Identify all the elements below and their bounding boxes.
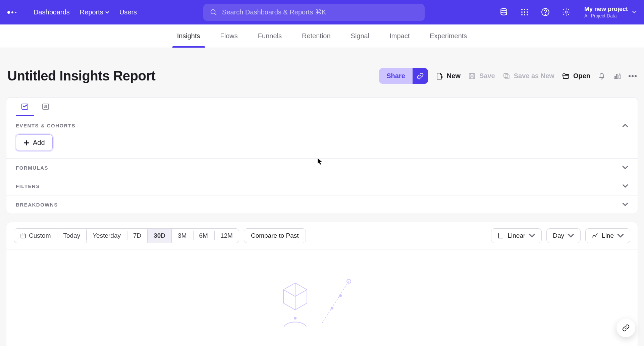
add-to-dashboard-icon[interactable] [613,72,621,80]
profile-icon [42,103,50,111]
section-formulas-head[interactable]: Formulas [6,159,638,177]
tab-retention[interactable]: Retention [302,24,331,48]
search-input[interactable] [222,8,418,16]
svg-point-13 [527,14,528,15]
tab-experiments[interactable]: Experiments [430,24,467,48]
link-icon [622,324,630,332]
chart-card: CustomTodayYesterday7D30D3M6M12M Compare… [6,222,638,346]
time-range-6m[interactable]: 6M [193,228,214,243]
project-sub: All Project Data [584,13,628,19]
project-name: My new project [584,6,628,13]
svg-point-29 [331,307,333,309]
chart-controls: Linear Day Line [491,228,630,243]
topbar-right: My new project All Project Data [499,6,637,18]
section-formulas: Formulas [6,158,638,177]
mode-tabs [6,98,638,116]
time-range-group: CustomTodayYesterday7D30D3M6M12M [14,228,239,243]
time-range-custom[interactable]: Custom [14,228,57,243]
chevron-down-icon [622,183,628,189]
more-menu[interactable] [629,75,637,77]
svg-point-27 [294,317,296,319]
tab-funnels[interactable]: Funnels [258,24,282,48]
chevron-down-icon [622,165,628,171]
svg-point-1 [11,11,13,13]
scale-select[interactable]: Linear [491,228,542,243]
data-icon[interactable] [499,7,508,17]
new-file-icon [435,72,443,80]
section-events: Events & Cohorts Add [6,116,638,158]
time-range-30d[interactable]: 30D [148,228,172,243]
save-button: Save [468,72,495,80]
link-icon [417,72,424,80]
svg-rect-19 [504,73,508,77]
apps-grid-icon[interactable] [520,7,529,17]
page: Untitled Insights Report Share New Save … [0,48,644,346]
time-range-12m[interactable]: 12M [214,228,239,243]
time-range-today[interactable]: Today [57,228,87,243]
project-picker[interactable]: My new project All Project Data [582,6,637,18]
chevron-up-icon [622,122,628,128]
new-button[interactable]: New [435,72,461,80]
line-chart-icon [592,232,598,239]
query-builder-card: Events & Cohorts Add Formulas Filters [6,97,638,214]
notifications-icon[interactable] [598,72,606,80]
svg-point-12 [524,14,525,15]
mixpanel-logo[interactable] [7,7,17,17]
search-box[interactable] [203,4,425,21]
report-type-tabs: Insights Flows Funnels Retention Signal … [0,24,644,48]
granularity-select[interactable]: Day [546,228,581,243]
chart-type-select[interactable]: Line [585,228,630,243]
share-link-button[interactable] [413,68,428,84]
svg-point-0 [7,11,10,14]
svg-rect-26 [21,234,25,238]
axis-icon [497,232,504,239]
open-button[interactable]: Open [562,72,590,80]
add-event-button[interactable]: Add [16,134,53,151]
share-button[interactable]: Share [379,68,413,84]
svg-point-2 [15,12,16,13]
svg-rect-22 [619,75,620,79]
save-as-new-button: Save as New [502,72,554,80]
folder-open-icon [562,72,570,80]
svg-point-11 [521,14,523,15]
chevron-down-icon [529,232,535,239]
feedback-fab[interactable] [616,319,635,337]
mode-profiles[interactable] [35,98,56,116]
copy-icon [502,72,511,80]
mode-events[interactable] [14,98,35,116]
svg-rect-17 [469,73,475,79]
help-icon[interactable] [541,7,550,17]
nav-dashboards[interactable]: Dashboards [34,8,70,16]
svg-point-8 [521,11,523,13]
section-events-head[interactable]: Events & Cohorts [6,116,638,134]
topbar: Dashboards Reports Users My new project … [0,0,644,24]
report-title[interactable]: Untitled Insights Report [7,68,155,83]
compare-to-past-button[interactable]: Compare to Past [244,228,306,243]
nav-users[interactable]: Users [119,8,137,16]
tab-insights[interactable]: Insights [177,24,200,48]
svg-point-9 [524,11,525,13]
time-range-7d[interactable]: 7D [127,228,148,243]
svg-rect-18 [505,75,509,79]
time-range-3m[interactable]: 3M [172,228,193,243]
chart-icon [21,103,29,111]
svg-point-10 [527,11,528,13]
section-events-label: Events & Cohorts [16,123,75,128]
time-range-yesterday[interactable]: Yesterday [87,228,127,243]
svg-point-15 [545,14,546,15]
chevron-down-icon [568,232,574,239]
chevron-down-icon [617,232,624,239]
tab-impact[interactable]: Impact [389,24,410,48]
settings-icon[interactable] [561,7,571,17]
nav-reports[interactable]: Reports [80,8,109,16]
section-filters-head[interactable]: Filters [6,177,638,195]
tab-flows[interactable]: Flows [220,24,238,48]
calendar-icon [20,233,26,239]
section-filters: Filters [6,177,638,195]
time-row: CustomTodayYesterday7D30D3M6M12M Compare… [6,222,638,249]
section-breakdowns-head[interactable]: Breakdowns [6,195,638,214]
tab-signal[interactable]: Signal [351,24,370,48]
svg-point-5 [521,9,523,10]
search-icon [210,9,217,16]
plus-icon [23,140,30,146]
